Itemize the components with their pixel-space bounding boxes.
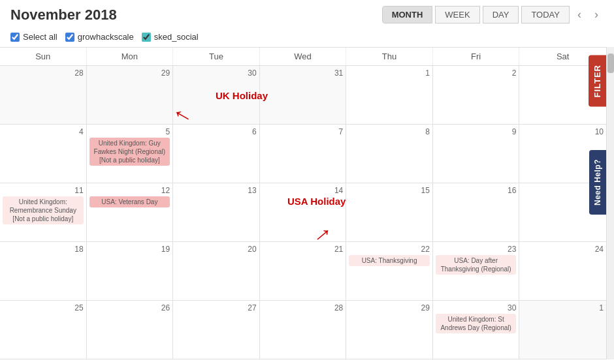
table-row[interactable]: 28	[0, 66, 87, 125]
day-view-btn[interactable]: DAY	[483, 6, 519, 23]
week-view-btn[interactable]: WEEK	[435, 6, 479, 23]
table-row[interactable]: 31	[260, 66, 347, 125]
table-row[interactable]: 30 United Kingdom: St Andrews Day (Regio…	[433, 301, 520, 359]
table-row[interactable]: 29	[346, 301, 433, 359]
table-row[interactable]: 4	[0, 125, 87, 183]
table-row[interactable]: 7	[260, 125, 347, 183]
view-nav: MONTH WEEK DAY TODAY ‹ ›	[382, 5, 604, 24]
sked-social-label: sked_social	[154, 32, 199, 42]
sked-social-item[interactable]: sked_social	[142, 32, 199, 42]
tue-header: Tue	[173, 48, 260, 65]
list-item[interactable]: USA: Day after Thanksgiving (Regional)	[436, 255, 517, 275]
table-row[interactable]: 14	[260, 183, 347, 242]
today-view-btn[interactable]: TODAY	[521, 6, 570, 23]
list-item[interactable]: United Kingdom: Guy Fawkes Night (Region…	[89, 138, 170, 166]
calendar-area: Sun Mon Tue Wed Thu Fri Sat 28 29 30 31 …	[0, 47, 614, 359]
list-item[interactable]: USA: Veterans Day	[89, 196, 170, 207]
table-row[interactable]: 11 United Kingdom: Remembrance Sunday [N…	[0, 183, 87, 242]
table-row[interactable]: 20	[173, 242, 260, 301]
table-row[interactable]: 15	[346, 183, 433, 242]
filter-tab[interactable]: FILTER	[589, 55, 606, 107]
week-2: 4 5 United Kingdom: Guy Fawkes Night (Re…	[0, 125, 606, 183]
table-row[interactable]: 2	[433, 66, 520, 125]
table-row[interactable]: 23 USA: Day after Thanksgiving (Regional…	[433, 242, 520, 301]
next-btn[interactable]: ›	[589, 5, 604, 24]
week-4: 18 19 20 21 22 USA: Thanksgiving 23 USA:…	[0, 242, 606, 301]
table-row[interactable]: 6	[173, 125, 260, 183]
week-1: 28 29 30 31 1 2 3	[0, 66, 606, 125]
calendar: Sun Mon Tue Wed Thu Fri Sat 28 29 30 31 …	[0, 47, 606, 359]
table-row[interactable]: 25	[0, 301, 87, 359]
list-item[interactable]: United Kingdom: Remembrance Sunday [Not …	[3, 196, 84, 224]
sked-social-checkbox[interactable]	[142, 33, 151, 42]
thu-header: Thu	[346, 48, 433, 65]
sun-header: Sun	[0, 48, 87, 65]
table-row[interactable]: 18	[0, 242, 87, 301]
week-3: 11 United Kingdom: Remembrance Sunday [N…	[0, 183, 606, 242]
table-row[interactable]: 19	[87, 242, 174, 301]
scrollbar[interactable]	[606, 47, 614, 359]
growhackscale-checkbox[interactable]	[65, 33, 74, 42]
week-5: 25 26 27 28 29 30 United Kingdom: St And…	[0, 301, 606, 359]
page-title: November 2018	[10, 7, 372, 23]
table-row[interactable]: 30	[173, 66, 260, 125]
growhackscale-label: growhackscale	[78, 32, 134, 42]
table-row[interactable]: 24	[519, 242, 606, 301]
table-row[interactable]: 1	[519, 301, 606, 359]
month-view-btn[interactable]: MONTH	[382, 6, 433, 23]
prev-btn[interactable]: ‹	[572, 5, 587, 24]
help-tab[interactable]: Need Help?	[589, 150, 606, 215]
select-all-item[interactable]: Select all	[10, 32, 57, 42]
mon-header: Mon	[87, 48, 174, 65]
table-row[interactable]: 9	[433, 125, 520, 183]
table-row[interactable]: 12 USA: Veterans Day	[87, 183, 174, 242]
table-row[interactable]: 21	[260, 242, 347, 301]
table-row[interactable]: 13	[173, 183, 260, 242]
list-item[interactable]: USA: Thanksgiving	[349, 255, 430, 266]
wed-header: Wed	[260, 48, 347, 65]
table-row[interactable]: 1	[346, 66, 433, 125]
table-row[interactable]: 5 United Kingdom: Guy Fawkes Night (Regi…	[87, 125, 174, 183]
select-all-checkbox[interactable]	[10, 33, 20, 42]
table-row[interactable]: 28	[260, 301, 347, 359]
table-row[interactable]: 29	[87, 66, 174, 125]
fri-header: Fri	[433, 48, 520, 65]
table-row[interactable]: 27	[173, 301, 260, 359]
table-row[interactable]: 8	[346, 125, 433, 183]
table-row[interactable]: 16	[433, 183, 520, 242]
table-row[interactable]: 22 USA: Thanksgiving	[346, 242, 433, 301]
scrollbar-thumb[interactable]	[607, 53, 614, 73]
growhackscale-item[interactable]: growhackscale	[65, 32, 134, 42]
toolbar: Select all growhackscale sked_social	[0, 29, 614, 47]
day-headers: Sun Mon Tue Wed Thu Fri Sat	[0, 48, 606, 66]
select-all-label: Select all	[23, 32, 57, 42]
table-row[interactable]: 26	[87, 301, 174, 359]
list-item[interactable]: United Kingdom: St Andrews Day (Regional…	[436, 314, 517, 333]
